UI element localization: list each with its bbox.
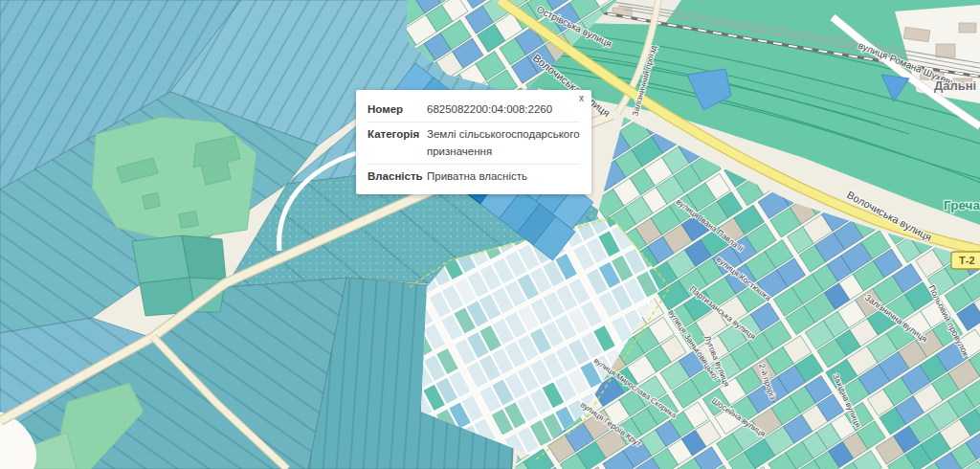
place-label-district: Гречани bbox=[944, 198, 980, 212]
road-shield-label: Т-2 bbox=[959, 255, 975, 266]
popup-label: Категорія bbox=[368, 126, 427, 160]
popup-row-ownership: Власність Приватна власність bbox=[368, 164, 580, 189]
popup-close-button[interactable]: x bbox=[577, 92, 586, 105]
popup-value: 6825082200:04:008:2260 bbox=[427, 101, 580, 118]
cadastral-map-viewport[interactable]: Острівська вулиця Волочиська вулиця Воло… bbox=[0, 0, 980, 469]
place-label-suburb: Дальні Гречани bbox=[934, 78, 980, 93]
road-shield: Т-2 bbox=[951, 252, 980, 269]
parcel-info-popup: x Номер 6825082200:04:008:2260 Категорія… bbox=[356, 90, 591, 194]
park-area[interactable] bbox=[92, 117, 256, 241]
popup-label: Номер bbox=[368, 101, 427, 118]
map-canvas[interactable]: Острівська вулиця Волочиська вулиця Воло… bbox=[0, 0, 980, 469]
popup-row-number: Номер 6825082200:04:008:2260 bbox=[368, 98, 580, 122]
popup-value: Землі сільськогосподарського призначення bbox=[427, 126, 580, 160]
popup-label: Власність bbox=[368, 168, 427, 185]
green-parcels[interactable] bbox=[132, 235, 226, 316]
popup-row-category: Категорія Землі сільськогосподарського п… bbox=[368, 122, 580, 164]
popup-value: Приватна власність bbox=[427, 168, 580, 185]
